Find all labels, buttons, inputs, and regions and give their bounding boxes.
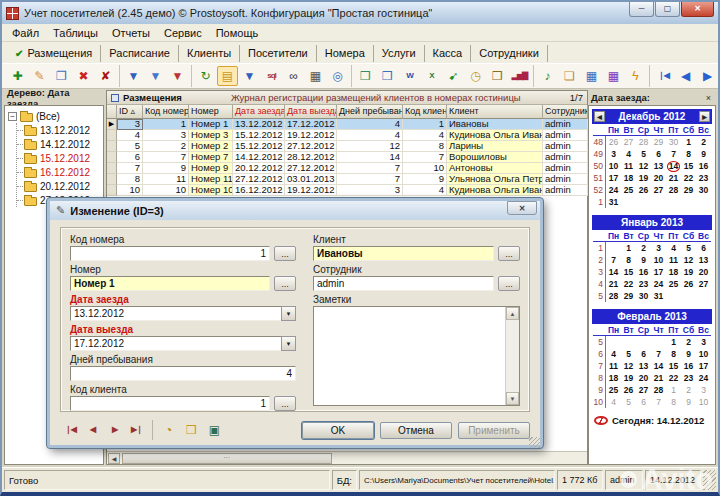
day-cell[interactable]: 22: [666, 372, 681, 384]
next-month-button[interactable]: ▶: [699, 111, 710, 122]
filter-button[interactable]: ▼: [123, 66, 144, 86]
day-cell[interactable]: [636, 196, 651, 208]
tab-5[interactable]: Услуги: [374, 45, 425, 62]
day-cell[interactable]: 23: [636, 278, 651, 290]
filter-panel-toggle-button[interactable]: ▼: [239, 66, 260, 86]
day-cell[interactable]: 5: [621, 348, 636, 360]
room-code-browse-button[interactable]: ...: [274, 246, 296, 261]
day-cell[interactable]: 21: [606, 278, 621, 290]
calculator-button[interactable]: ◔: [158, 420, 179, 440]
day-cell[interactable]: 16: [681, 360, 696, 372]
client-code-browse-button[interactable]: ...: [274, 396, 296, 411]
day-cell[interactable]: 9: [696, 148, 711, 160]
day-cell[interactable]: 30: [696, 184, 711, 196]
window-minimize-button[interactable]: ─: [629, 2, 654, 17]
day-cell[interactable]: 1: [666, 336, 681, 348]
day-cell[interactable]: 24: [606, 184, 621, 196]
day-cell[interactable]: 27: [621, 136, 636, 148]
day-cell[interactable]: 19: [621, 372, 636, 384]
scroll-down-icon[interactable]: ▼: [506, 392, 519, 405]
tab-2[interactable]: Клиенты: [179, 45, 240, 62]
folder-open-button[interactable]: ❒: [181, 420, 202, 440]
filter-clear-button[interactable]: ▼: [167, 66, 188, 86]
table-view-button[interactable]: ▦: [581, 66, 602, 86]
day-cell[interactable]: 29: [651, 136, 666, 148]
chart-button[interactable]: ▂▅▇: [509, 66, 530, 86]
tab-1[interactable]: Расписание: [101, 45, 179, 62]
tree-item[interactable]: 16.12.2012: [17, 165, 103, 179]
employee-input[interactable]: [313, 276, 494, 291]
day-cell[interactable]: [696, 290, 711, 302]
day-cell[interactable]: 4: [606, 396, 621, 408]
export-word-button[interactable]: W: [399, 66, 420, 86]
day-cell[interactable]: 8: [681, 148, 696, 160]
tree-item[interactable]: 15.12.2012: [17, 151, 103, 165]
day-cell[interactable]: 26: [636, 184, 651, 196]
nav-prev-button[interactable]: ◀: [675, 66, 696, 86]
table-row[interactable]: 52Номер 215.12.201227.12.2012128Лариныad…: [107, 141, 587, 152]
day-cell[interactable]: 26: [681, 278, 696, 290]
day-cell[interactable]: 17: [696, 360, 711, 372]
day-cell[interactable]: 29: [681, 184, 696, 196]
export-file-button[interactable]: ❒: [487, 66, 508, 86]
day-cell[interactable]: 4: [606, 348, 621, 360]
hotkeys-button[interactable]: ϟ: [625, 66, 646, 86]
column-header-arrival[interactable]: Дата заезда: [233, 105, 285, 119]
nav-next-button[interactable]: ▶: [697, 66, 718, 86]
close-icon[interactable]: ×: [704, 93, 713, 103]
day-cell[interactable]: 17: [651, 266, 666, 278]
tree-panel-toggle-button[interactable]: ▤: [217, 66, 238, 86]
days-input[interactable]: [70, 366, 296, 381]
window-maximize-button[interactable]: ▢: [655, 2, 680, 17]
day-cell[interactable]: 13: [636, 360, 651, 372]
day-cell[interactable]: 20: [636, 372, 651, 384]
day-cell[interactable]: 21: [651, 372, 666, 384]
day-cell[interactable]: [666, 196, 681, 208]
day-cell[interactable]: 21: [666, 172, 681, 184]
day-cell[interactable]: [651, 196, 666, 208]
day-cell[interactable]: 14: [651, 360, 666, 372]
tree-item[interactable]: 13.12.2012: [17, 123, 103, 137]
scrollbar-thumb[interactable]: ⋯: [122, 453, 332, 464]
notes-input[interactable]: [314, 307, 505, 405]
tree-item[interactable]: 20.12.2012: [17, 179, 103, 193]
column-header-room_code[interactable]: Код номера: [143, 105, 189, 119]
day-cell[interactable]: [666, 290, 681, 302]
filter-by-selection-button[interactable]: ▼: [145, 66, 166, 86]
day-cell[interactable]: 15: [621, 266, 636, 278]
day-cell[interactable]: 15: [666, 360, 681, 372]
day-cell[interactable]: 12: [621, 360, 636, 372]
tab-6[interactable]: Касса: [425, 45, 472, 62]
day-cell[interactable]: [621, 196, 636, 208]
day-cell[interactable]: 5: [636, 148, 651, 160]
day-cell[interactable]: 2: [681, 336, 696, 348]
day-cell[interactable]: 28: [666, 184, 681, 196]
day-cell[interactable]: 25: [621, 184, 636, 196]
day-cell[interactable]: 1: [666, 384, 681, 396]
day-cell[interactable]: 7: [606, 254, 621, 266]
day-cell[interactable]: 11: [666, 254, 681, 266]
day-cell[interactable]: 30: [636, 290, 651, 302]
day-cell[interactable]: 3: [696, 384, 711, 396]
day-cell[interactable]: 6: [636, 348, 651, 360]
cancel-button[interactable]: Отмена: [380, 422, 452, 439]
day-cell[interactable]: 3: [606, 148, 621, 160]
day-cell[interactable]: 23: [681, 372, 696, 384]
day-cell[interactable]: [651, 336, 666, 348]
day-cell[interactable]: 13: [651, 160, 666, 172]
column-header-client_code[interactable]: Код клиента: [403, 105, 447, 119]
day-cell[interactable]: 8: [666, 348, 681, 360]
column-header-room[interactable]: Номер: [189, 105, 233, 119]
menu-item-0[interactable]: Файл: [5, 26, 46, 40]
column-header-id[interactable]: ID ▵: [117, 105, 143, 119]
day-cell[interactable]: 28: [636, 136, 651, 148]
client-input[interactable]: [313, 246, 494, 261]
day-cell[interactable]: 12: [681, 254, 696, 266]
day-cell[interactable]: 25: [666, 278, 681, 290]
column-header-client[interactable]: Клиент: [447, 105, 543, 119]
day-cell[interactable]: 14: [666, 160, 681, 172]
day-cell[interactable]: 19: [636, 172, 651, 184]
day-cell[interactable]: 10: [696, 396, 711, 408]
departure-date-input[interactable]: [70, 336, 282, 351]
arrival-dropdown-icon[interactable]: ▼: [281, 306, 296, 321]
